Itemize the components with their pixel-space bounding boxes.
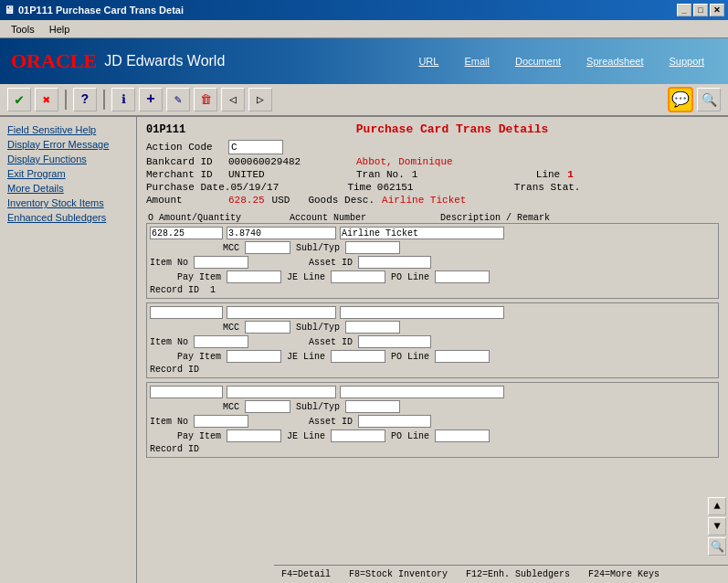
ok-button[interactable]: ✔ xyxy=(7,88,31,111)
row1-po-line-input[interactable] xyxy=(435,270,490,283)
goods-desc-label: Goods Desc. xyxy=(308,195,375,206)
action-code-input[interactable] xyxy=(228,140,283,154)
toolbar: ✔ ✖ ? ℹ + ✎ 🗑 ◁ ▷ 💬 🔍 xyxy=(0,84,728,117)
row3-account-input[interactable] xyxy=(227,386,336,398)
row3-mcc-input[interactable] xyxy=(245,400,290,413)
row1-pay-item-input[interactable] xyxy=(227,270,281,283)
record-row-1: MCC Subl/Typ Item No Asset ID Pay Item J… xyxy=(146,223,719,299)
row3-asset-id-input[interactable] xyxy=(358,415,431,428)
row3-subl-label: Subl/Typ xyxy=(296,402,340,412)
row2-item-row: Item No Asset ID xyxy=(150,335,715,348)
row1-subl-label: Subl/Typ xyxy=(296,243,340,253)
row2-description-input[interactable] xyxy=(340,306,504,319)
chat-button[interactable]: 💬 xyxy=(668,87,693,112)
minimize-button[interactable]: _ xyxy=(677,4,691,16)
scroll-up-button[interactable]: ▲ xyxy=(708,497,726,515)
row1-sub-row: MCC Subl/Typ xyxy=(150,241,715,254)
nav-support[interactable]: Support xyxy=(656,52,717,70)
row1-mcc-input[interactable] xyxy=(245,241,290,254)
f24-key: F24=More Keys xyxy=(588,569,659,579)
amount-row: Amount 628.25 USD Goods Desc. Airline Ti… xyxy=(146,195,719,206)
row1-inputs xyxy=(150,227,715,239)
menu-help[interactable]: Help xyxy=(42,22,78,37)
oracle-text: ORACLE xyxy=(11,49,97,73)
form-header: 01P111 Purchase Card Trans Details xyxy=(146,122,719,136)
row2-mcc-input[interactable] xyxy=(245,321,290,334)
row2-record-id-label: Record ID xyxy=(150,365,199,375)
row2-account-input[interactable] xyxy=(227,306,336,319)
sidebar-item-display-functions[interactable]: Display Functions xyxy=(4,152,132,166)
scroll-area: ▲ ▼ 🔍 xyxy=(708,497,726,556)
row1-item-no-input[interactable] xyxy=(194,256,248,269)
sidebar-item-enhanced-subledgers[interactable]: Enhanced Subledgers xyxy=(4,210,132,225)
bankcard-id-row: Bankcard ID 000060029482 Abbot, Dominiqu… xyxy=(146,156,719,167)
row1-pay-item-label: Pay Item xyxy=(177,272,221,282)
bankcard-name: Abbot, Dominique xyxy=(356,156,453,167)
row1-po-line-label: PO Line xyxy=(391,272,429,282)
title-bar-left: 🖥 01P111 Purchase Card Trans Detai xyxy=(4,4,184,16)
row2-je-line-label: JE Line xyxy=(287,352,325,362)
row3-asset-id-label: Asset ID xyxy=(309,417,353,427)
help-button[interactable]: ? xyxy=(73,88,97,111)
row2-po-line-input[interactable] xyxy=(435,350,490,363)
row3-description-input[interactable] xyxy=(340,386,504,398)
row3-je-line-input[interactable] xyxy=(331,429,385,442)
sidebar: Field Sensitive Help Display Error Messa… xyxy=(0,117,137,583)
row2-po-line-label: PO Line xyxy=(391,352,429,362)
form-id: 01P111 xyxy=(146,123,185,136)
nav-spreadsheet[interactable]: Spreadsheet xyxy=(574,52,656,70)
info-button[interactable]: ℹ xyxy=(111,88,135,111)
search-button[interactable]: 🔍 xyxy=(697,88,721,111)
menu-tools[interactable]: Tools xyxy=(4,22,42,37)
row1-item-no-label: Item No xyxy=(150,258,188,268)
row3-item-no-input[interactable] xyxy=(194,415,248,428)
maximize-button[interactable]: □ xyxy=(693,4,708,16)
row3-po-line-label: PO Line xyxy=(391,431,429,441)
sidebar-item-more-details[interactable]: More Details xyxy=(4,181,132,196)
prev-button[interactable]: ◁ xyxy=(221,88,245,111)
row2-asset-id-input[interactable] xyxy=(358,335,431,348)
nav-document[interactable]: Document xyxy=(502,52,574,70)
cancel-button[interactable]: ✖ xyxy=(35,88,58,111)
row2-asset-id-label: Asset ID xyxy=(309,337,353,347)
goods-desc-value: Airline Ticket xyxy=(382,195,466,206)
record-row-2: MCC Subl/Typ Item No Asset ID Pay Item J… xyxy=(146,302,719,378)
row3-sub-row: MCC Subl/Typ xyxy=(150,400,715,413)
add-button[interactable]: + xyxy=(139,88,163,111)
row2-item-no-input[interactable] xyxy=(194,335,248,348)
row3-subl-input[interactable] xyxy=(345,400,400,413)
scroll-down-button[interactable]: ▼ xyxy=(708,517,726,535)
delete-button[interactable]: 🗑 xyxy=(194,88,217,111)
tran-no-label: Tran No. xyxy=(356,169,405,180)
nav-email[interactable]: Email xyxy=(451,52,502,70)
col-header-description-remark: Description / Remark xyxy=(440,213,550,223)
row2-amount-input[interactable] xyxy=(150,306,223,319)
sidebar-item-exit-program[interactable]: Exit Program xyxy=(4,166,132,181)
row2-je-line-input[interactable] xyxy=(331,350,385,363)
sidebar-item-field-sensitive-help[interactable]: Field Sensitive Help xyxy=(4,122,132,137)
zoom-button[interactable]: 🔍 xyxy=(708,537,726,556)
row2-record-id-row: Record ID xyxy=(150,365,715,375)
row2-pay-item-input[interactable] xyxy=(227,350,281,363)
row1-account-input[interactable] xyxy=(227,227,336,239)
app-icon: 🖥 xyxy=(4,4,15,16)
row3-inputs xyxy=(150,386,715,398)
row3-amount-input[interactable] xyxy=(150,386,223,398)
sidebar-item-display-error-message[interactable]: Display Error Message xyxy=(4,137,132,152)
row3-pay-item-input[interactable] xyxy=(227,429,281,442)
status-bar: F4=Detail F8=Stock Inventory F12=Enh. Su… xyxy=(274,565,728,583)
row1-je-line-input[interactable] xyxy=(331,270,385,283)
close-button[interactable]: ✕ xyxy=(710,4,724,16)
row3-po-line-input[interactable] xyxy=(435,429,490,442)
row2-subl-input[interactable] xyxy=(345,321,400,334)
nav-url[interactable]: URL xyxy=(406,52,451,70)
purchase-date-value: 05/19/17 xyxy=(230,182,340,193)
sidebar-item-inventory-stock-items[interactable]: Inventory Stock Items xyxy=(4,196,132,210)
grid-column-headers: O Amount/Quantity Account Number Descrip… xyxy=(146,213,719,223)
edit-button[interactable]: ✎ xyxy=(166,88,190,111)
row1-subl-input[interactable] xyxy=(345,241,400,254)
row1-amount-input[interactable] xyxy=(150,227,223,239)
next-button[interactable]: ▷ xyxy=(248,88,272,111)
row1-description-input[interactable] xyxy=(340,227,504,239)
row1-asset-id-input[interactable] xyxy=(358,256,431,269)
